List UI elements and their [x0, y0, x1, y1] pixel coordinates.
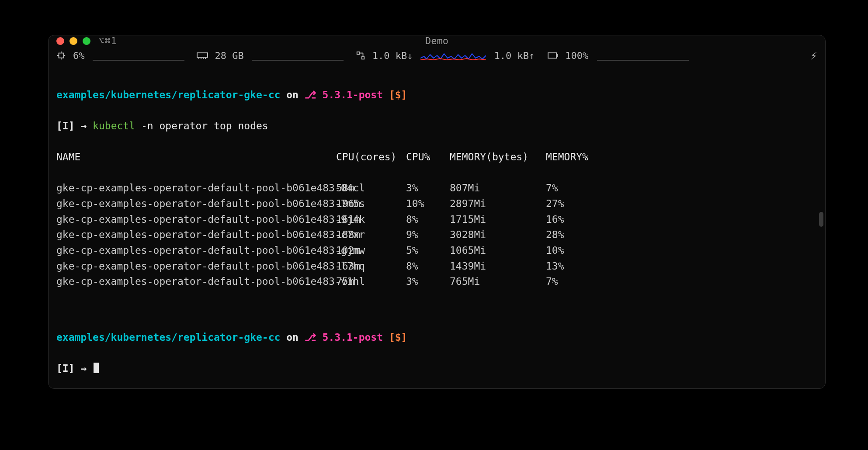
net-down: 1.0 kB↓: [372, 50, 413, 61]
net-sparkline: [420, 50, 486, 61]
svg-rect-5: [197, 53, 208, 57]
network-icon: [356, 51, 365, 60]
table-row: gke-cp-examples-operator-default-pool-b0…: [56, 212, 817, 228]
git-branch: 5.3.1-post: [316, 332, 383, 343]
table-row: gke-cp-examples-operator-default-pool-b0…: [56, 227, 817, 243]
command-line-2[interactable]: [I] →: [56, 361, 817, 377]
prompt-line-1: examples/kubernetes/replicator-gke-cc on…: [56, 87, 817, 103]
scrollbar-thumb[interactable]: [819, 212, 823, 227]
net-up: 1.0 kB↑: [494, 50, 535, 61]
cpu-percent: 6%: [73, 50, 85, 61]
git-branch-icon: ⎇: [305, 89, 316, 100]
terminal-content[interactable]: examples/kubernetes/replicator-gke-cc on…: [49, 66, 825, 389]
command-args: -n operator top nodes: [135, 120, 268, 132]
prompt-path: examples/kubernetes/replicator-gke-cc: [56, 332, 280, 343]
table-row: gke-cp-examples-operator-default-pool-b0…: [56, 259, 817, 274]
ram-icon: [197, 52, 208, 59]
ram-sparkline: [252, 50, 344, 61]
minimize-icon[interactable]: [69, 37, 77, 45]
prompt-line-2: examples/kubernetes/replicator-gke-cc on…: [56, 330, 817, 346]
command-line-1: [I] → kubectl -n operator top nodes: [56, 118, 817, 134]
battery-icon: [548, 52, 558, 59]
traffic-lights: [56, 37, 90, 45]
table-row: gke-cp-examples-operator-default-pool-b0…: [56, 243, 817, 259]
prompt-path: examples/kubernetes/replicator-gke-cc: [56, 89, 280, 100]
ram-amount: 28 GB: [215, 50, 244, 61]
command-binary: kubectl: [93, 120, 135, 132]
svg-rect-14: [548, 53, 556, 58]
svg-rect-10: [357, 52, 359, 55]
git-status: [$]: [383, 332, 407, 343]
terminal-window: ⌥⌘1 Demo 6% 28 GB 1.0 kB↓ 1.0 kB↑ 100%: [48, 35, 826, 389]
table-header-row: NAMECPU(cores)CPU%MEMORY(bytes)MEMORY%: [56, 149, 817, 165]
tab-shortcut-hint: ⌥⌘1: [98, 35, 117, 46]
battery-sparkline: [597, 50, 689, 61]
git-branch: 5.3.1-post: [316, 89, 383, 100]
vi-mode-indicator: [I]: [56, 120, 75, 132]
charging-icon: ⚡: [805, 49, 817, 62]
svg-rect-11: [361, 57, 364, 59]
svg-rect-15: [557, 54, 558, 57]
battery-percent: 100%: [565, 50, 588, 61]
cpu-sparkline: [93, 50, 184, 61]
vi-mode-indicator: [I]: [56, 363, 75, 374]
table-row: gke-cp-examples-operator-default-pool-b0…: [56, 196, 817, 212]
svg-rect-0: [59, 53, 64, 58]
table-row: gke-cp-examples-operator-default-pool-b0…: [56, 180, 817, 196]
cpu-icon: [56, 51, 66, 60]
table-row: gke-cp-examples-operator-default-pool-b0…: [56, 274, 817, 290]
titlebar[interactable]: ⌥⌘1 Demo: [49, 35, 825, 46]
system-stats-bar: 6% 28 GB 1.0 kB↓ 1.0 kB↑ 100% ⚡: [49, 46, 825, 66]
git-status: [$]: [383, 89, 407, 100]
window-title: Demo: [425, 35, 448, 46]
git-branch-icon: ⎇: [305, 332, 316, 343]
zoom-icon[interactable]: [83, 37, 90, 45]
cursor: [94, 363, 99, 373]
table-rows: gke-cp-examples-operator-default-pool-b0…: [56, 180, 817, 289]
close-icon[interactable]: [56, 37, 64, 45]
